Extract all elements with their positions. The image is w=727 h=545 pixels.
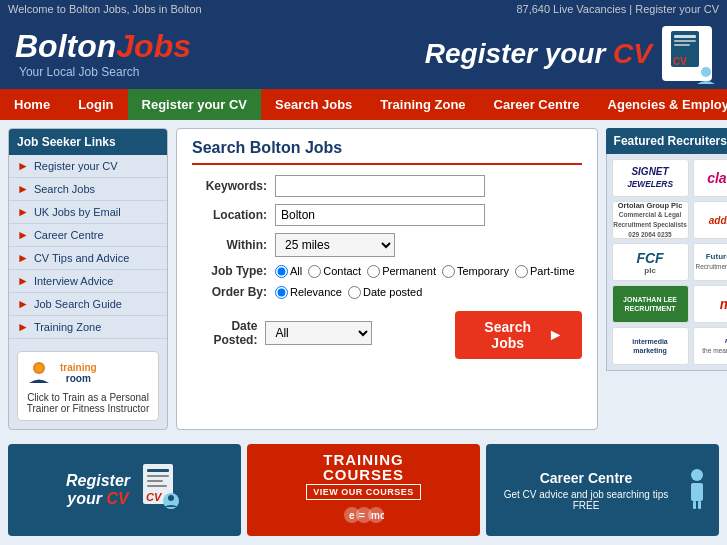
nav-career-centre[interactable]: Career Centre [480,89,594,120]
top-bar-right: 87,640 Live Vacancies | Register your CV [516,3,719,15]
recruiter-jonathan-lee[interactable]: JONATHAN LEERECRUITMENT [612,285,689,323]
arrow-icon: ► [17,228,29,242]
training-room-text: Click to Train as a Personal Trainer or … [24,392,152,414]
sidebar-label: Training Zone [34,321,101,333]
left-sidebar: Job Seeker Links ► Register your CV ► Se… [8,128,168,430]
cv-icon: CV [662,26,712,81]
recruiter-signet[interactable]: SIGNETJEWELERS [612,159,689,197]
recruiter-future-select[interactable]: Future SelectRecruitment Consultants [693,243,727,281]
recruiters-grid: SIGNETJEWELERS claire's Ortolan Group Pl… [606,154,727,371]
recruiter-means-recruit[interactable]: m²rthe means to recruit [693,327,727,365]
banner-career-centre[interactable]: Career Centre Get CV advice and job sear… [486,444,719,536]
sidebar-item-register-cv[interactable]: ► Register your CV [9,155,167,178]
dateposted-select[interactable]: All Today Last 3 days Last week [265,321,371,345]
nav-home[interactable]: Home [0,89,64,120]
svg-rect-10 [147,475,169,477]
orderby-row: Order By: Relevance Date posted [192,285,582,299]
keywords-row: Keywords: [192,175,582,197]
nav-agencies-employers[interactable]: Agencies & Employers [594,89,727,120]
recruiter-intermedia[interactable]: intermediamarketing [612,327,689,365]
register-banner-title: Register [66,472,130,490]
arrow-icon: ► [17,274,29,288]
recruiter-additions[interactable]: additions [693,201,727,239]
sidebar-item-uk-jobs-email[interactable]: ► UK Jobs by Email [9,201,167,224]
recruiter-claires[interactable]: claire's [693,159,727,197]
keywords-input[interactable] [275,175,485,197]
svg-rect-11 [147,480,163,482]
jobtype-temporary[interactable]: Temporary [442,265,509,278]
register-banner-text: Register your CV [66,472,130,508]
register-banner-subtitle: your CV [66,490,130,508]
career-banner-title: Career Centre [494,470,678,486]
jobtype-label: Job Type: [192,264,267,278]
logo-subtitle: Your Local Job Search [19,65,191,79]
jobtype-parttime[interactable]: Part-time [515,265,575,278]
nav-register-cv[interactable]: Register your CV [128,89,261,120]
jobtype-permanent[interactable]: Permanent [367,265,436,278]
search-title: Search Bolton Jobs [192,139,582,165]
svg-point-5 [701,67,711,77]
logo[interactable]: BoltonJobs Your Local Job Search [15,28,191,79]
career-banner-text: Career Centre Get CV advice and job sear… [494,470,678,511]
svg-rect-2 [674,40,696,42]
svg-point-7 [35,364,43,372]
register-cv-text: Register your CV [425,38,652,70]
svg-point-15 [168,495,174,501]
keywords-label: Keywords: [192,179,267,193]
nav-login[interactable]: Login [64,89,127,120]
banner-row: Register your CV CV TRAINING COURSES VIE… [0,438,727,542]
sidebar-label: Register your CV [34,160,118,172]
dateposted-label: Date Posted: [192,319,257,347]
sidebar-item-career-centre[interactable]: ► Career Centre [9,224,167,247]
search-button-label: Search Jobs [473,319,543,351]
svg-rect-3 [674,44,690,46]
training-icon: e = mc [344,504,384,528]
top-bar-left: Welcome to Bolton Jobs, Jobs in Bolton [8,3,202,15]
top-bar: Welcome to Bolton Jobs, Jobs in Bolton 8… [0,0,727,18]
search-button[interactable]: Search Jobs ► [455,311,582,359]
svg-rect-9 [147,469,169,472]
svg-text:e: e [349,510,355,521]
nav-training-zone[interactable]: Training Zone [366,89,479,120]
jobtype-contact[interactable]: Contact [308,265,361,278]
search-arrow-icon: ► [548,326,564,344]
sidebar-item-training-zone[interactable]: ► Training Zone [9,316,167,339]
recruiter-ortolan[interactable]: Ortolan Group PlcCommercial & Legal Recr… [612,201,689,239]
location-row: Location: [192,204,582,226]
sidebar-item-job-search-guide[interactable]: ► Job Search Guide [9,293,167,316]
training-cta: VIEW OUR COURSES [306,484,421,500]
register-cv-banner[interactable]: Register your CV CV [425,26,712,81]
sidebar-label: CV Tips and Advice [34,252,129,264]
arrow-icon: ► [17,251,29,265]
sidebar-label: Career Centre [34,229,104,241]
location-input[interactable] [275,204,485,226]
orderby-relevance[interactable]: Relevance [275,286,342,299]
svg-rect-23 [691,483,703,501]
arrow-icon: ► [17,320,29,334]
training-room-widget[interactable]: trainingroom Click to Train as a Persona… [17,351,159,421]
orderby-date[interactable]: Date posted [348,286,422,299]
sidebar-label: Job Search Guide [34,298,122,310]
nav: Home Login Register your CV Search Jobs … [0,89,727,120]
nav-search-jobs[interactable]: Search Jobs [261,89,366,120]
recruiter-fcf[interactable]: FCF plc [612,243,689,281]
search-area: Search Bolton Jobs Keywords: Location: W… [176,128,598,430]
svg-text:=: = [359,510,365,521]
banner-register-cv[interactable]: Register your CV CV [8,444,241,536]
sidebar-item-cv-tips[interactable]: ► CV Tips and Advice [9,247,167,270]
recruiter-m2r[interactable]: m²r [693,285,727,323]
training-room-logo-icon [24,358,54,388]
jobtype-row: Job Type: All Contact Permanent Temporar… [192,264,582,278]
location-label: Location: [192,208,267,222]
sidebar-item-search-jobs[interactable]: ► Search Jobs [9,178,167,201]
career-banner-subtitle: Get CV advice and job searching tips FRE… [494,489,678,511]
sidebar-label: Search Jobs [34,183,95,195]
featured-recruiters: Featured Recruiters SIGNETJEWELERS clair… [606,128,727,430]
arrow-icon: ► [17,159,29,173]
within-select[interactable]: 25 miles 5 miles 10 miles 50 miles [275,233,395,257]
svg-text:mc: mc [371,510,384,521]
banner-training-courses[interactable]: TRAINING COURSES VIEW OUR COURSES e = mc [247,444,480,536]
jobtype-all[interactable]: All [275,265,302,278]
logo-bolton: Bolton [15,28,116,64]
sidebar-item-interview-advice[interactable]: ► Interview Advice [9,270,167,293]
